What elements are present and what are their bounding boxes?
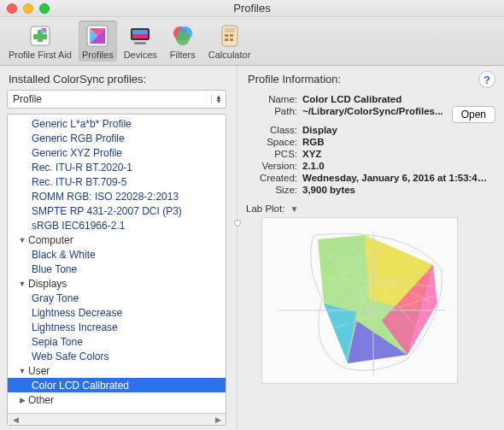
toolbar-label: Profiles <box>82 50 114 60</box>
installed-profiles-header: Installed ColorSync profiles: <box>9 73 233 85</box>
group-label: Displays <box>28 278 67 290</box>
lab-plot-view[interactable] <box>261 217 458 384</box>
content-area: Installed ColorSync profiles: Profile ▲▼… <box>0 66 504 430</box>
toolbar-label: Filters <box>170 50 196 60</box>
list-item[interactable]: Blue Tone <box>8 262 226 276</box>
list-item[interactable]: Generic RGB Profile <box>8 131 226 145</box>
group-label: Other <box>28 394 54 406</box>
lab-plot-label: Lab Plot: ▼ <box>246 203 495 214</box>
pane-resize-handle[interactable] <box>234 220 241 227</box>
value-class: Display <box>302 125 495 135</box>
label-pcs: PCS: <box>246 149 297 159</box>
label-space: Space: <box>246 137 297 147</box>
group-label: User <box>28 365 50 377</box>
profile-list[interactable]: Generic L*a*b* ProfileGeneric RGB Profil… <box>7 114 226 426</box>
svg-rect-12 <box>132 30 148 34</box>
filters-icon <box>169 22 196 50</box>
disclosure-open-icon: ▼ <box>18 280 26 288</box>
scroll-track[interactable] <box>23 415 210 424</box>
toolbar-label: Profile First Aid <box>9 50 72 60</box>
list-group-other[interactable]: ▶Other <box>8 392 226 407</box>
svg-rect-19 <box>225 34 228 37</box>
list-item[interactable]: Generic L*a*b* Profile <box>8 116 226 131</box>
window-title: Profiles <box>0 2 504 15</box>
right-pane: ? Profile Information: Name: Color LCD C… <box>237 66 504 430</box>
svg-rect-22 <box>230 38 233 41</box>
list-item[interactable]: Rec. ITU-R BT.2020-1 <box>8 160 226 174</box>
label-created: Created: <box>246 173 297 183</box>
list-group-user[interactable]: ▼User <box>8 363 226 378</box>
list-item[interactable]: SMPTE RP 431-2-2007 DCI (P3) <box>8 203 226 218</box>
left-pane: Installed ColorSync profiles: Profile ▲▼… <box>0 66 237 430</box>
disclosure-closed-icon: ▶ <box>18 396 26 404</box>
list-item[interactable]: ROMM RGB: ISO 22028-2:2013 <box>8 189 226 203</box>
toolbar-filters[interactable]: Filters <box>164 21 202 62</box>
devices-icon <box>126 22 154 50</box>
list-item[interactable]: Color LCD Calibrated <box>8 378 226 392</box>
list-group-displays[interactable]: ▼Displays <box>8 276 226 291</box>
toolbar-label: Devices <box>124 50 157 60</box>
first-aid-icon <box>26 22 54 50</box>
svg-rect-2 <box>33 34 47 39</box>
value-path: ~/Library/ColorSync/Profiles... <box>302 106 447 123</box>
list-item[interactable]: Web Safe Colors <box>8 349 226 363</box>
titlebar: Profiles <box>0 0 504 17</box>
chevron-updown-icon: ▲▼ <box>211 95 222 103</box>
toolbar-profile-first-aid[interactable]: Profile First Aid <box>5 21 75 62</box>
svg-rect-21 <box>225 38 228 41</box>
list-item[interactable]: Sepia Tone <box>8 334 226 349</box>
scroll-right-arrow-icon[interactable]: ▶ <box>212 415 224 425</box>
list-item[interactable]: Lightness Decrease <box>8 305 226 320</box>
profile-sort-dropdown[interactable]: Profile ▲▼ <box>7 90 226 109</box>
value-version: 2.1.0 <box>302 161 495 171</box>
profiles-icon <box>84 22 111 50</box>
list-group-computer[interactable]: ▼Computer <box>8 233 226 247</box>
svg-point-16 <box>176 32 190 45</box>
label-class: Class: <box>246 125 297 135</box>
help-button[interactable]: ? <box>478 71 495 88</box>
calculator-icon <box>216 22 243 50</box>
value-name: Color LCD Calibrated <box>302 94 495 104</box>
svg-rect-13 <box>134 42 146 44</box>
disclosure-open-icon: ▼ <box>18 236 26 244</box>
dropdown-label: Profile <box>13 93 42 105</box>
disclosure-open-icon: ▼ <box>18 367 26 375</box>
scroll-left-arrow-icon[interactable]: ◀ <box>9 415 21 425</box>
toolbar-calculator[interactable]: Calculator <box>205 21 255 62</box>
disclosure-triangle-icon[interactable]: ▼ <box>290 204 298 214</box>
value-created: Wednesday, January 6, 2016 at 1:53:4… <box>302 173 495 183</box>
horizontal-scrollbar[interactable]: ◀ ▶ <box>8 413 226 425</box>
value-pcs: XYZ <box>302 149 495 159</box>
list-item[interactable]: Rec. ITU-R BT.709-5 <box>8 174 226 189</box>
list-item[interactable]: Black & White <box>8 247 226 262</box>
label-path: Path: <box>246 106 297 123</box>
label-version: Version: <box>246 161 297 171</box>
label-name: Name: <box>246 94 297 104</box>
value-size: 3,900 bytes <box>302 185 495 195</box>
label-size: Size: <box>246 185 297 195</box>
list-item[interactable]: sRGB IEC61966-2.1 <box>8 218 226 233</box>
list-item[interactable]: Gray Tone <box>8 291 226 305</box>
svg-rect-18 <box>225 28 235 32</box>
toolbar-devices[interactable]: Devices <box>120 21 161 62</box>
list-item[interactable]: Lightness Increase <box>8 320 226 334</box>
toolbar-label: Calculator <box>208 50 251 60</box>
profile-info-header: Profile Information: <box>248 73 495 85</box>
value-space: RGB <box>302 137 495 147</box>
svg-rect-20 <box>230 34 233 37</box>
group-label: Computer <box>28 234 73 246</box>
profile-info-grid: Name: Color LCD Calibrated Path: ~/Libra… <box>246 94 495 195</box>
open-button[interactable]: Open <box>452 106 495 123</box>
toolbar: Profile First Aid Profiles Devices <box>0 17 504 66</box>
list-item[interactable]: Generic XYZ Profile <box>8 145 226 160</box>
toolbar-profiles[interactable]: Profiles <box>79 21 117 62</box>
